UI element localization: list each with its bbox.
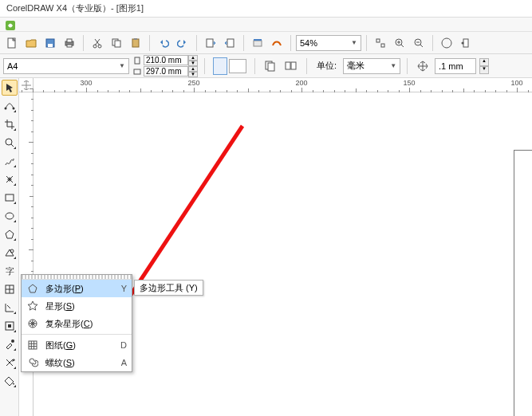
flyout-item-complexstar[interactable]: 复杂星形(C) bbox=[22, 315, 132, 332]
spin-buttons[interactable]: ▲▼ bbox=[188, 55, 198, 65]
undo-button[interactable] bbox=[155, 34, 172, 52]
flyout-item-graph[interactable]: 图纸(G)D bbox=[22, 336, 132, 354]
new-button[interactable] bbox=[3, 34, 21, 52]
width-icon bbox=[132, 57, 144, 65]
separator bbox=[22, 334, 132, 335]
svg-rect-34 bbox=[6, 194, 14, 201]
svg-rect-18 bbox=[381, 44, 384, 47]
svg-rect-22 bbox=[463, 39, 468, 47]
app-icon bbox=[5, 20, 16, 31]
polygon-flyout: 多边形(P)Y星形(S)复杂星形(C)图纸(G)D螺纹(S)A bbox=[21, 274, 132, 372]
spin-buttons[interactable]: ▲▼ bbox=[188, 66, 198, 77]
svg-rect-15 bbox=[254, 41, 262, 46]
polygon-tool[interactable] bbox=[2, 226, 18, 242]
appstart-button[interactable] bbox=[249, 34, 266, 52]
svg-rect-14 bbox=[227, 39, 234, 47]
chevron-down-icon: ▼ bbox=[119, 62, 125, 69]
page-boundary bbox=[514, 150, 532, 416]
snap-button[interactable] bbox=[372, 34, 389, 52]
outline-tool[interactable] bbox=[2, 355, 18, 371]
pages-button1[interactable] bbox=[262, 57, 279, 75]
chevron-down-icon: ▼ bbox=[351, 39, 357, 46]
pages-button2[interactable] bbox=[282, 57, 300, 75]
units-label: 单位: bbox=[317, 60, 337, 72]
svg-rect-16 bbox=[254, 39, 262, 41]
nudge-icon bbox=[414, 57, 432, 75]
flyout-item-spiral[interactable]: 螺纹(S)A bbox=[22, 354, 132, 371]
property-bar: A4 ▼ ▲▼ ▲▼ 单位: 毫米 ▼ .1 mm ▲▼ bbox=[0, 54, 532, 78]
page-width-input[interactable] bbox=[144, 55, 188, 65]
svg-rect-11 bbox=[132, 39, 139, 47]
units-combo[interactable]: 毫米 ▼ bbox=[343, 58, 400, 74]
svg-point-21 bbox=[442, 38, 451, 48]
svg-rect-12 bbox=[134, 38, 137, 40]
page-height-input[interactable] bbox=[144, 66, 188, 77]
orientation-group bbox=[211, 56, 248, 77]
menubar bbox=[0, 18, 532, 32]
star-icon bbox=[26, 300, 39, 312]
standard-toolbar: 54% ▼ bbox=[0, 32, 532, 54]
ellipse-tool[interactable] bbox=[2, 208, 18, 224]
copy-button[interactable] bbox=[108, 34, 125, 52]
dimension-tool[interactable] bbox=[2, 300, 18, 316]
svg-rect-29 bbox=[291, 62, 296, 69]
flyout-item-shortcut: A bbox=[116, 358, 127, 367]
print-button[interactable] bbox=[61, 34, 78, 52]
svg-rect-10 bbox=[115, 41, 120, 47]
svg-rect-25 bbox=[134, 69, 140, 74]
zoomin-button[interactable] bbox=[391, 34, 408, 52]
tooltip: 多边形工具 (Y) bbox=[134, 280, 203, 296]
chevron-down-icon: ▼ bbox=[390, 62, 396, 69]
svg-rect-27 bbox=[268, 63, 274, 71]
freehand-tool[interactable] bbox=[2, 153, 18, 169]
zoom-value: 54% bbox=[300, 38, 317, 48]
redo-button[interactable] bbox=[174, 34, 191, 52]
graph-icon bbox=[26, 339, 39, 351]
interactive-tool[interactable] bbox=[2, 318, 18, 334]
page-size-spinners: ▲▼ ▲▼ bbox=[132, 55, 198, 77]
nudge-input[interactable]: .1 mm bbox=[435, 58, 476, 74]
nudge-value: .1 mm bbox=[439, 61, 463, 71]
flyout-item-pentagon[interactable]: 多边形(P)Y bbox=[22, 280, 132, 297]
svg-point-32 bbox=[6, 139, 12, 145]
help-button[interactable] bbox=[438, 34, 455, 52]
spiral-icon bbox=[26, 357, 39, 368]
eyedropper-tool[interactable] bbox=[2, 336, 18, 352]
svg-rect-28 bbox=[286, 62, 290, 69]
svg-rect-24 bbox=[135, 57, 140, 64]
svg-rect-40 bbox=[8, 324, 11, 328]
welcome-button[interactable] bbox=[268, 34, 286, 52]
zoom-tool[interactable] bbox=[2, 135, 18, 151]
rectangle-tool[interactable] bbox=[2, 190, 18, 206]
shape-tool[interactable] bbox=[2, 98, 18, 114]
table-tool[interactable] bbox=[2, 281, 18, 297]
smart-tool[interactable] bbox=[2, 171, 18, 187]
portrait-button[interactable] bbox=[213, 57, 227, 75]
paper-combo[interactable]: A4 ▼ bbox=[3, 58, 129, 74]
crop-tool[interactable] bbox=[2, 116, 18, 132]
zoomout-button[interactable] bbox=[410, 34, 428, 52]
options-button[interactable] bbox=[457, 34, 475, 52]
flyout-item-shortcut: Y bbox=[116, 284, 127, 293]
zoom-combo[interactable]: 54% ▼ bbox=[296, 35, 361, 51]
import-button[interactable] bbox=[202, 34, 219, 52]
basicshapes-tool[interactable] bbox=[2, 245, 18, 261]
toolbox: 字 bbox=[0, 78, 19, 416]
fill-tool[interactable] bbox=[2, 373, 18, 389]
text-tool[interactable]: 字 bbox=[2, 263, 18, 279]
svg-rect-5 bbox=[67, 39, 72, 42]
svg-point-30 bbox=[4, 108, 6, 110]
pick-tool[interactable] bbox=[2, 80, 18, 96]
save-button[interactable] bbox=[41, 34, 59, 52]
units-value: 毫米 bbox=[347, 60, 365, 72]
export-button[interactable] bbox=[221, 34, 238, 52]
cut-button[interactable] bbox=[89, 34, 106, 52]
paste-button[interactable] bbox=[127, 34, 144, 52]
flyout-item-star[interactable]: 星形(S) bbox=[22, 297, 132, 315]
flyout-item-label: 多边形(P) bbox=[45, 283, 109, 295]
landscape-button[interactable] bbox=[229, 59, 246, 73]
svg-point-41 bbox=[11, 339, 14, 343]
open-button[interactable] bbox=[22, 34, 40, 52]
spin-buttons[interactable]: ▲▼ bbox=[479, 58, 489, 74]
svg-rect-17 bbox=[376, 39, 380, 42]
